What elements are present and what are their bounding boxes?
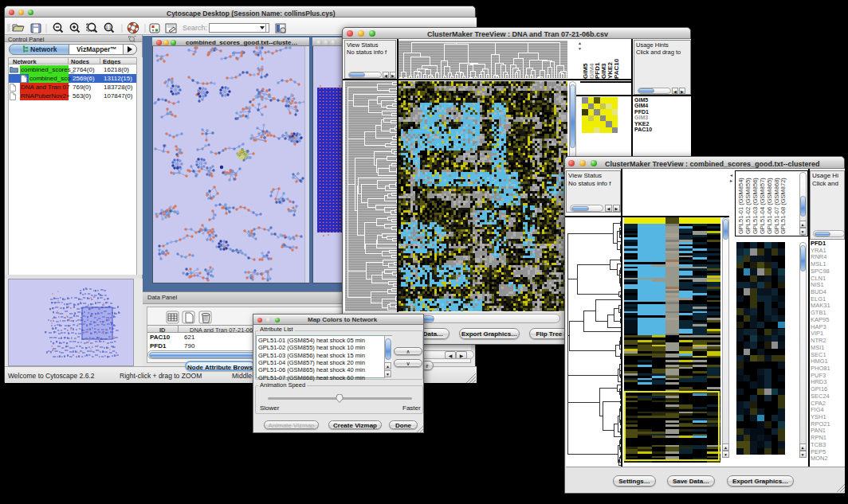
svg-text:1:1: 1:1 [106, 25, 112, 29]
